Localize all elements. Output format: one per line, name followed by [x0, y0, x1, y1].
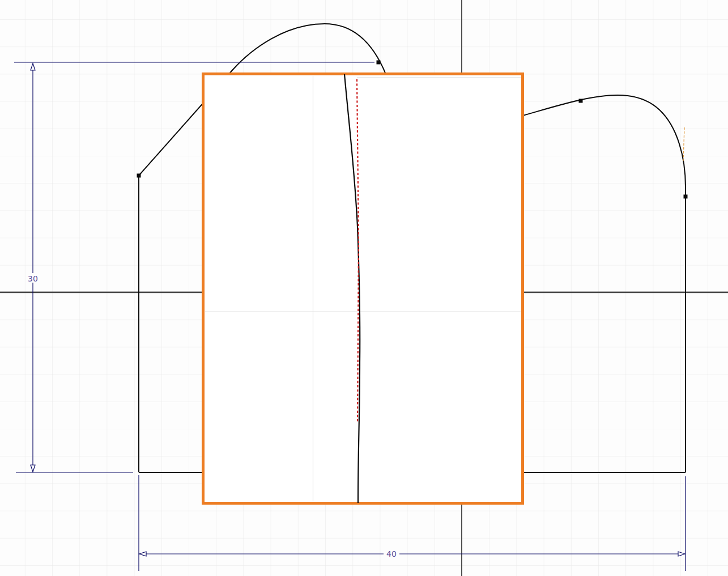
sketch-point[interactable] [684, 195, 688, 199]
sketch-plane[interactable] [203, 74, 523, 504]
sketch-point[interactable] [579, 99, 583, 103]
sketch-canvas[interactable]: 30 40 [0, 0, 728, 576]
dimension-value-text[interactable]: 30 [28, 274, 38, 283]
cad-viewport[interactable]: 30 40 [0, 0, 728, 576]
horizontal-dimension-label[interactable]: 40 [384, 549, 399, 558]
sketch-point[interactable] [137, 174, 141, 178]
dimension-value-text[interactable]: 40 [386, 549, 397, 558]
sketch-point[interactable] [377, 61, 381, 65]
vertical-dimension-label[interactable]: 30 [25, 273, 40, 283]
